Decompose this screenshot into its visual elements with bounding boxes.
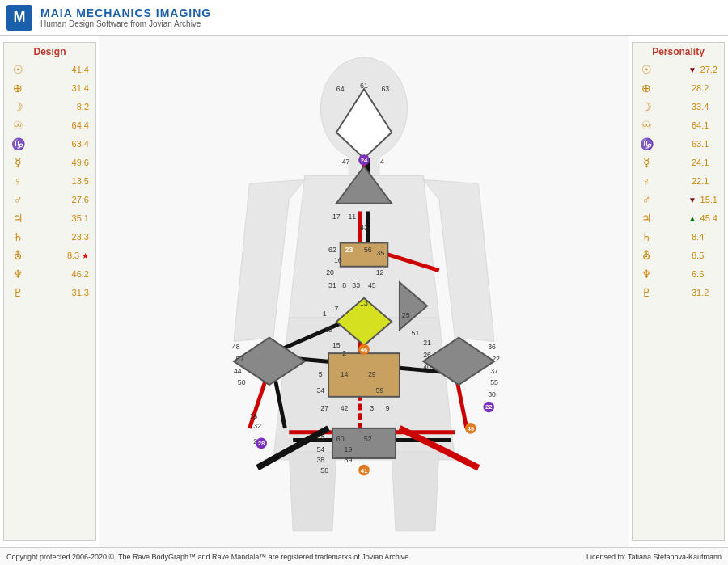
planet-value: 31.4	[63, 82, 89, 95]
svg-text:7: 7	[334, 305, 338, 313]
planet-symbol: ☉	[11, 61, 25, 78]
svg-text:1: 1	[323, 310, 327, 318]
planet-value: ▼ 15.1	[688, 193, 717, 207]
svg-text:12: 12	[376, 268, 384, 276]
svg-text:35: 35	[377, 249, 385, 257]
planet-value: 22.1	[692, 175, 717, 188]
personality-planet-row: 8.4♄	[634, 228, 722, 247]
personality-planet-row: 31.2♇	[634, 284, 722, 302]
svg-text:22: 22	[492, 355, 500, 363]
personality-planet-row: 24.1☿	[634, 154, 722, 172]
svg-text:64: 64	[336, 85, 345, 93]
svg-text:13: 13	[360, 299, 368, 307]
planet-value: 46.2	[63, 268, 89, 281]
design-planet-row: ♇31.3	[6, 284, 94, 302]
svg-text:10: 10	[324, 326, 332, 334]
planet-value: 33.4	[692, 100, 717, 114]
svg-text:31: 31	[328, 281, 336, 289]
svg-text:33: 33	[352, 281, 360, 289]
planet-symbol: ♆	[639, 266, 654, 283]
design-planet-row: ⊕31.4	[6, 79, 94, 98]
planet-value: 63.1	[692, 137, 717, 151]
planet-symbol: ♇	[639, 285, 654, 301]
design-planet-row: ♑63.4	[6, 135, 94, 154]
svg-text:56: 56	[364, 246, 372, 254]
design-planet-row: ♃35.1	[6, 209, 94, 228]
planet-value: 8.5	[692, 249, 717, 263]
personality-planet-row: 6.6♆	[634, 265, 722, 284]
svg-text:52: 52	[364, 435, 372, 443]
planet-symbol: ♑	[639, 136, 654, 153]
svg-text:59: 59	[376, 386, 384, 394]
svg-text:58: 58	[320, 466, 328, 474]
planet-value: 8.2	[63, 100, 89, 114]
personality-title: Personality	[634, 46, 722, 57]
planet-value: 41.4	[63, 63, 89, 77]
design-planet-row: ☽8.2	[6, 98, 94, 116]
design-planet-row: ⛢8.3 ★	[6, 247, 94, 265]
svg-text:61: 61	[360, 82, 368, 90]
logo-icon: M	[6, 5, 32, 31]
svg-text:37: 37	[490, 367, 498, 375]
license-text: Licensed to: Tatiana Stefanova-Kaufmann	[586, 553, 722, 561]
svg-text:29: 29	[368, 370, 376, 378]
svg-text:50: 50	[238, 378, 246, 386]
planet-symbol: ♆	[11, 266, 25, 283]
planet-value: 49.6	[63, 156, 89, 170]
svg-text:20: 20	[326, 268, 334, 276]
header-text: MAIA MECHANICS IMAGING Human Design Soft…	[40, 6, 211, 28]
design-planet-row: ♆46.2	[6, 265, 94, 284]
design-title: Design	[6, 46, 94, 57]
planet-symbol: ⊕	[639, 80, 654, 97]
planet-symbol: ♃	[11, 210, 25, 227]
footer: Copyright protected 2006-2020 ©. The Rav…	[0, 547, 728, 565]
svg-text:43: 43	[360, 223, 368, 231]
personality-panel: Personality ▼ 27.2☉28.2⊕33.4☽64.1♾63.1♑2…	[632, 42, 725, 541]
svg-text:5: 5	[319, 370, 323, 378]
planet-symbol: ☽	[11, 99, 25, 116]
planet-value: ▲ 45.4	[688, 212, 717, 226]
svg-text:24: 24	[361, 157, 368, 164]
svg-text:49: 49	[467, 425, 474, 432]
planet-value: 64.1	[692, 119, 717, 133]
svg-text:42: 42	[341, 404, 349, 412]
svg-text:14: 14	[341, 370, 349, 378]
svg-rect-25	[328, 353, 400, 397]
planet-symbol: ♄	[11, 229, 25, 246]
planet-value: ▼ 27.2	[688, 63, 717, 77]
svg-text:27: 27	[320, 404, 328, 412]
svg-text:53: 53	[316, 435, 324, 443]
svg-text:16: 16	[334, 256, 342, 264]
planet-symbol: ⛢	[639, 247, 654, 264]
svg-text:63: 63	[381, 85, 389, 93]
svg-text:55: 55	[490, 378, 498, 386]
planet-symbol: ♃	[639, 210, 654, 227]
personality-planet-row: 33.4☽	[634, 98, 722, 116]
copyright-text: Copyright protected 2006-2020 ©. The Rav…	[6, 553, 411, 561]
personality-planet-row: 22.1♀	[634, 172, 722, 191]
personality-planet-row: 8.5⛢	[634, 247, 722, 265]
app-subtitle: Human Design Software from Jovian Archiv…	[40, 19, 211, 28]
svg-text:21: 21	[423, 339, 431, 347]
design-planet-row: ☿49.6	[6, 154, 94, 172]
svg-text:47: 47	[342, 158, 350, 166]
svg-text:41: 41	[361, 467, 368, 474]
svg-text:9: 9	[386, 404, 390, 412]
svg-text:46: 46	[361, 346, 368, 353]
svg-text:2: 2	[342, 349, 346, 357]
planet-symbol: ♀	[639, 173, 654, 190]
planet-symbol: ☿	[11, 154, 25, 171]
svg-text:17: 17	[332, 213, 341, 221]
planet-value: 24.1	[692, 156, 717, 170]
planet-symbol: ♂	[11, 192, 25, 209]
planet-value: 6.6	[692, 268, 717, 281]
svg-text:60: 60	[336, 435, 345, 443]
svg-text:38: 38	[316, 456, 324, 464]
personality-planet-row: 28.2⊕	[634, 79, 722, 98]
planet-symbol: ♇	[11, 285, 25, 301]
planet-value: 31.2	[692, 286, 717, 300]
svg-text:51: 51	[412, 329, 420, 337]
design-planet-row: ♄23.3	[6, 228, 94, 247]
svg-text:19: 19	[345, 445, 353, 453]
planet-value: 8.4	[692, 230, 717, 244]
